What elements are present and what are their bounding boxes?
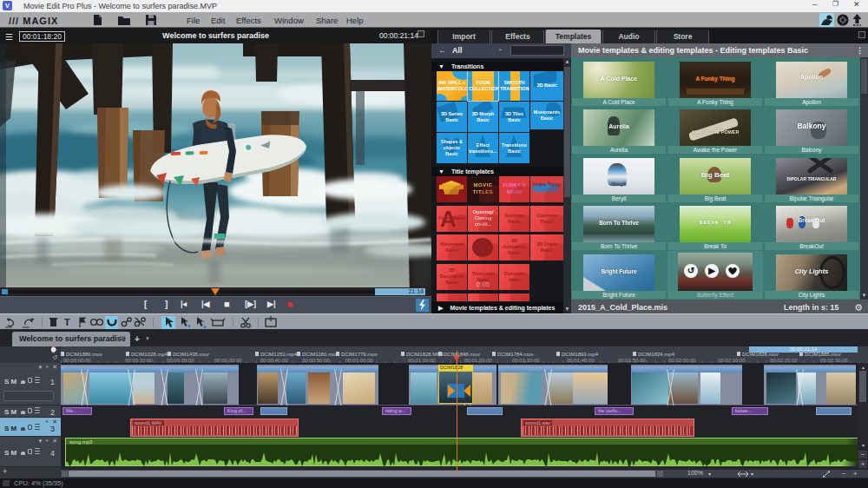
- svg-text:T: T: [64, 317, 70, 327]
- svg-text:▾: ▾: [187, 323, 191, 329]
- svg-text:▴: ▴: [203, 323, 207, 329]
